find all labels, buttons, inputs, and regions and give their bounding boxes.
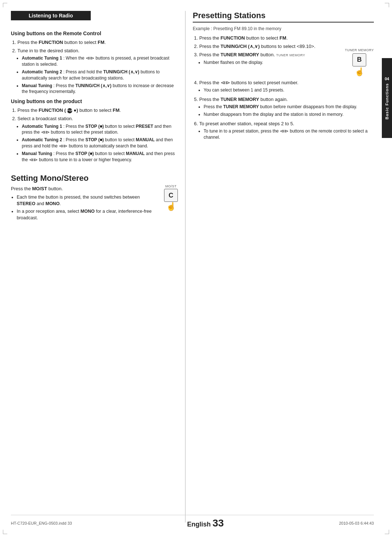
presetting-step-1: Press the FUNCTION button to select FM.	[199, 35, 374, 41]
step3-content: TUNER MEMORY B ☝️ Press the TUNER MEMORY…	[199, 52, 374, 77]
page-number: 33	[212, 517, 224, 529]
right-column: Presetting Stations Example : Presetting…	[185, 11, 374, 522]
step4-bullets: You can select between 1 and 15 presets.	[199, 87, 374, 93]
chapter-number: 04	[385, 77, 389, 81]
step6-bullet: To tune in to a preset station, press th…	[204, 128, 374, 141]
remote-bullets: Automatic Tuning 1 : When the ⧏⧐ buttons…	[17, 55, 178, 95]
tuner-button-char: B	[357, 55, 362, 64]
tuner-button-box: B	[352, 53, 366, 66]
presetting-step-5: Press the TUNER MEMORY button again. Pre…	[199, 96, 374, 118]
mono-stereo-title: Setting Mono/Stereo	[11, 174, 178, 183]
step5-bullet-2: Number disappears from the display and t…	[204, 111, 374, 118]
most-illustration: MO/ST C ☝️	[164, 184, 178, 211]
step5-bullet-1: Press the TUNER MEMORY button before num…	[204, 104, 374, 110]
presetting-step-4: Press the ⧏⧐ buttons to select preset nu…	[199, 80, 374, 93]
product-step-2: Select a broadcast station. Automatic Tu…	[17, 115, 178, 163]
tuner-memory-label: TUNER MEMORY	[345, 48, 374, 53]
left-column: Listening to Radio Using buttons on the …	[11, 11, 185, 522]
mono-stereo-section: Setting Mono/Stereo MO/ST C ☝️ Press the…	[11, 174, 178, 224]
presetting-step-3: TUNER MEMORY B ☝️ Press the TUNER MEMORY…	[199, 52, 374, 77]
product-bullets: Automatic Tuning 1 : Press the STOP (■) …	[17, 123, 178, 163]
listening-to-radio-header: Listening to Radio	[11, 11, 178, 25]
corner-mark-bl	[3, 530, 7, 534]
chapter-title: Basic Functions	[385, 83, 389, 119]
remote-bullet-3: Manual Tuning : Press the TUNING/CH (∧,∨…	[22, 83, 178, 95]
most-button-box: C	[164, 189, 178, 202]
mono-bullet-1: Each time the button is pressed, the sou…	[17, 194, 178, 207]
corner-mark-tl	[3, 3, 7, 7]
step4-bullet: You can select between 1 and 15 presets.	[204, 87, 374, 93]
remote-steps-list: Press the FUNCTION button to select FM. …	[11, 39, 178, 95]
product-title: Using buttons on the product	[11, 98, 178, 104]
remote-control-section: Using buttons on the Remote Control Pres…	[11, 30, 178, 95]
product-steps-list: Press the FUNCTION ( FUNC ●) button to s…	[11, 107, 178, 163]
product-bullet-1: Automatic Tuning 1 : Press the STOP (■) …	[22, 123, 178, 136]
most-hand-icon: ☝️	[166, 202, 176, 211]
product-bullet-3: Manual Tuning : Press the STOP (■) butto…	[22, 151, 178, 163]
page-footer: HT-C720-EUR_ENG-0503.indd 33 English 33 …	[11, 515, 374, 529]
step5-bullets: Press the TUNER MEMORY button before num…	[199, 104, 374, 118]
footer-date: 2010-05-03 6:44:43	[339, 521, 374, 525]
mono-bullet-2: In a poor reception area, select MONO fo…	[17, 208, 178, 221]
chapter-tab: 04 Basic Functions	[382, 58, 392, 138]
remote-step-1: Press the FUNCTION button to select FM.	[17, 39, 178, 46]
main-content: Listening to Radio Using buttons on the …	[11, 11, 374, 522]
product-step-1: Press the FUNCTION ( FUNC ●) button to s…	[17, 107, 178, 114]
footer-filename: HT-C720-EUR_ENG-0503.indd 33	[11, 521, 72, 525]
product-bullet-2: Automatic Tuning 2 : Press the STOP (■) …	[22, 137, 178, 149]
corner-mark-br	[385, 530, 389, 534]
remote-control-title: Using buttons on the Remote Control	[11, 30, 178, 36]
mono-bullets: Each time the button is pressed, the sou…	[11, 194, 178, 221]
remote-bullet-1: Automatic Tuning 1 : When the ⧏⧐ buttons…	[22, 55, 178, 68]
example-text: Example : Presetting FM 89.10 in the mem…	[193, 26, 374, 31]
step6-bullets: To tune in to a preset station, press th…	[199, 128, 374, 141]
footer-english-label: English 33	[187, 517, 224, 529]
product-section: Using buttons on the product Press the F…	[11, 98, 178, 163]
mono-stereo-content: MO/ST C ☝️ Press the MO/ST button. Each …	[11, 186, 178, 224]
presetting-step-6: To preset another station, repeat steps …	[199, 121, 374, 141]
corner-mark-tr	[385, 3, 389, 7]
presetting-steps: Press the FUNCTION button to select FM. …	[193, 35, 374, 140]
most-label: MO/ST	[166, 184, 177, 188]
language-label: English	[187, 521, 211, 528]
section-title-box: Listening to Radio	[11, 11, 91, 20]
tuner-memory-illustration: TUNER MEMORY B ☝️	[345, 48, 374, 77]
presetting-title: Presetting Stations	[193, 11, 374, 23]
remote-bullet-2: Automatic Tuning 2 : Press and hold the …	[22, 69, 178, 81]
most-button-char: C	[169, 192, 173, 199]
mono-intro-text: Press the MO/ST button.	[11, 186, 178, 191]
tuner-hand-icon: ☝️	[355, 66, 364, 78]
remote-step-2: Tune in to the desired station. Automati…	[17, 48, 178, 95]
